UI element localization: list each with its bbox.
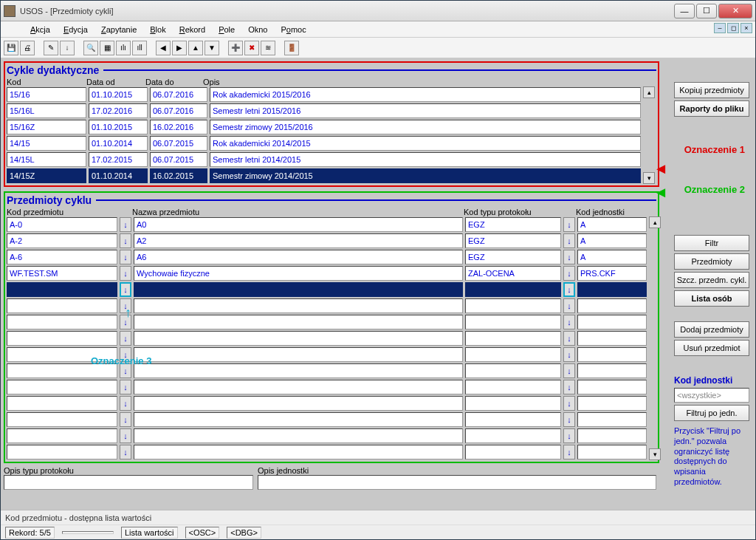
subject-kod[interactable]: WF.TEST.SM (7, 266, 117, 281)
subject-kod[interactable] (7, 445, 117, 459)
lookup-icon[interactable]: ↓ (120, 445, 131, 459)
lookup-icon[interactable]: ↓ (563, 266, 575, 281)
cycle-od[interactable]: 01.10.2015 (89, 87, 148, 102)
subject-protokol[interactable] (465, 363, 561, 378)
subject-nazwa[interactable]: Wychowaie fizyczne (134, 266, 463, 281)
lookup-icon[interactable]: ↓ (120, 380, 131, 394)
subject-row[interactable]: A-0↓A0EGZ↓A (7, 216, 649, 233)
subject-row[interactable]: A-6↓A6EGZ↓A (7, 249, 649, 265)
lookup-icon[interactable]: ↓ (563, 250, 575, 264)
minimize-button[interactable]: — (674, 4, 695, 18)
persons-button[interactable]: Lista osób (674, 290, 749, 307)
cycle-kod[interactable]: 15/16Z (7, 120, 86, 134)
subject-nazwa[interactable] (134, 380, 463, 394)
subject-row[interactable]: ↓↓ (7, 395, 649, 411)
subject-row[interactable]: ↓↓ (7, 411, 649, 428)
lookup-icon[interactable]: ↓ (563, 217, 575, 232)
mdi-restore-button[interactable]: ◻ (727, 23, 739, 33)
save-icon[interactable]: 💾 (4, 41, 18, 55)
lookup-icon[interactable]: ↓ (563, 380, 575, 394)
subject-nazwa[interactable]: A0 (134, 217, 463, 232)
subject-protokol[interactable]: EGZ (465, 217, 561, 232)
cycle-do[interactable]: 16.02.2015 (150, 168, 207, 183)
lookup-icon[interactable]: ↓ (120, 282, 131, 297)
subject-protokol[interactable] (465, 315, 561, 329)
subject-kod[interactable] (7, 396, 117, 411)
subject-row[interactable]: ↓↓ (7, 298, 649, 314)
lookup-icon[interactable]: ↓ (120, 331, 131, 346)
mdi-close-button[interactable]: × (740, 23, 752, 33)
sort-icon[interactable]: ıll (132, 41, 147, 55)
subject-kod[interactable]: A-6 (7, 250, 117, 264)
field-opis-typu[interactable] (4, 475, 253, 490)
cycle-row[interactable]: 14/15Z01.10.201416.02.2015Semestr zimowy… (7, 168, 643, 184)
subjects-scroll-down-icon[interactable]: ▾ (649, 448, 661, 460)
lookup-icon[interactable]: ↓ (563, 331, 575, 346)
lookup-icon[interactable]: ↓ (120, 396, 131, 411)
menu-blok[interactable]: Blok (150, 25, 165, 34)
subject-row[interactable]: ↓↓ (7, 314, 649, 330)
subject-kod[interactable] (7, 412, 117, 427)
menu-edycja[interactable]: Edycja (63, 25, 88, 34)
cycle-kod[interactable]: 14/15Z (7, 168, 86, 183)
subject-protokol[interactable] (465, 380, 561, 394)
subject-jednostka[interactable] (577, 282, 647, 297)
menu-zapytanie[interactable]: Zapytanie (101, 25, 137, 34)
count-icon[interactable]: ılı (116, 41, 131, 55)
lookup-icon[interactable]: ↓ (120, 266, 131, 281)
subject-nazwa[interactable] (134, 331, 463, 346)
subject-kod[interactable] (7, 428, 117, 443)
subject-kod[interactable]: A-2 (7, 233, 117, 248)
field-opis-jedn[interactable] (258, 475, 656, 490)
print-icon[interactable]: 🖨 (20, 41, 35, 55)
lookup-icon[interactable]: ↓ (120, 412, 131, 427)
copy-subjects-button[interactable]: Kopiuj przedmioty (674, 82, 749, 98)
cycle-do[interactable]: 16.02.2016 (150, 120, 207, 134)
subject-protokol[interactable] (465, 445, 561, 459)
delete-icon[interactable]: ✖ (244, 41, 259, 55)
up-icon[interactable]: ▲ (188, 41, 203, 55)
lookup-icon[interactable]: ↓ (120, 233, 131, 248)
menu-pole[interactable]: Pole (219, 25, 235, 34)
lookup-icon[interactable]: ↓ (563, 233, 575, 248)
cycle-do[interactable]: 06.07.2015 (150, 152, 207, 167)
subject-nazwa[interactable]: A2 (134, 233, 463, 248)
subject-jednostka[interactable]: PRS.CKF (577, 266, 647, 281)
subject-nazwa[interactable] (134, 298, 463, 313)
cycle-od[interactable]: 01.10.2015 (89, 120, 148, 134)
cycle-od[interactable]: 01.10.2014 (89, 136, 148, 151)
cycle-row[interactable]: 14/15L17.02.201506.07.2015Semestr letni … (7, 151, 643, 168)
edit-icon[interactable]: ✎ (44, 41, 58, 55)
delete-subject-button[interactable]: Usuń przedmiot (674, 340, 749, 356)
subject-jednostka[interactable] (577, 445, 647, 459)
cycle-row[interactable]: 15/16L17.02.201606.07.2016Semestr letni … (7, 103, 643, 119)
cycles-scroll-up-icon[interactable]: ▴ (643, 86, 655, 98)
subjects-button[interactable]: Przedmioty (674, 253, 749, 270)
unit-input[interactable]: <wszystkie> (674, 388, 749, 403)
cycle-do[interactable]: 06.07.2015 (150, 136, 207, 151)
mdi-minimize-button[interactable]: – (714, 23, 726, 33)
lookup-icon[interactable]: ↓ (120, 250, 131, 264)
lookup-icon[interactable]: ↓ (563, 396, 575, 411)
maximize-button[interactable]: ☐ (696, 4, 717, 18)
cycle-do[interactable]: 06.07.2016 (150, 87, 207, 102)
cycle-kod[interactable]: 14/15 (7, 136, 86, 151)
exec-icon[interactable]: ▦ (100, 41, 114, 55)
subject-nazwa[interactable] (134, 363, 463, 378)
cycle-do[interactable]: 06.07.2016 (150, 103, 207, 118)
cycle-opis[interactable]: Rok akademicki 2014/2015 (210, 136, 641, 151)
cycle-kod[interactable]: 14/15L (7, 152, 86, 167)
cycle-opis[interactable]: Semestr letni 2015/2016 (210, 103, 641, 118)
subject-kod[interactable]: A-0 (7, 217, 117, 232)
menu-rekord[interactable]: Rekord (179, 25, 205, 34)
add-subjects-button[interactable]: Dodaj przedmioty (674, 321, 749, 338)
lookup-icon[interactable]: ↓ (563, 315, 575, 329)
subject-nazwa[interactable] (134, 347, 463, 362)
lookup-icon[interactable]: ↓ (563, 428, 575, 443)
cycle-row[interactable]: 15/16Z01.10.201516.02.2016Semestr zimowy… (7, 119, 643, 135)
prev-icon[interactable]: ◀ (156, 41, 171, 55)
subject-nazwa[interactable] (134, 315, 463, 329)
clear-icon[interactable]: ≋ (261, 41, 275, 55)
subject-jednostka[interactable] (577, 428, 647, 443)
subject-protokol[interactable]: ZAL-OCENA (465, 266, 561, 281)
